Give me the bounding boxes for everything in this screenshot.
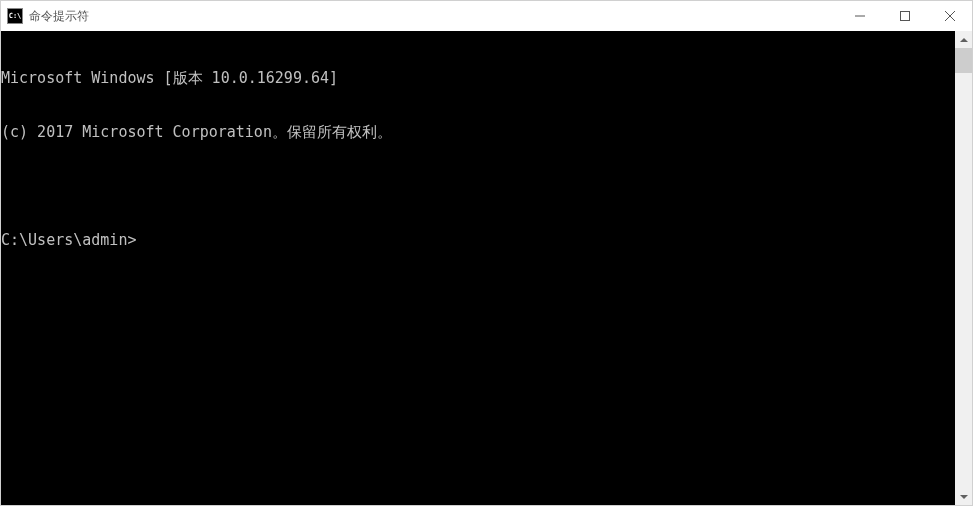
window-title: 命令提示符 xyxy=(29,8,89,25)
minimize-button[interactable] xyxy=(837,1,882,31)
chevron-down-icon xyxy=(960,495,968,499)
maximize-icon xyxy=(900,11,910,21)
maximize-button[interactable] xyxy=(882,1,927,31)
chevron-up-icon xyxy=(960,38,968,42)
window-controls xyxy=(837,1,972,31)
command-prompt-window: C:\ 命令提示符 Microsoft Wi xyxy=(0,0,973,506)
vertical-scrollbar[interactable] xyxy=(955,31,972,505)
version-line: Microsoft Windows [版本 10.0.16299.64] xyxy=(1,69,955,87)
scroll-thumb[interactable] xyxy=(955,48,972,73)
titlebar-left: C:\ 命令提示符 xyxy=(7,8,89,25)
minimize-icon xyxy=(855,11,865,21)
cmd-icon: C:\ xyxy=(7,8,23,24)
prompt-line[interactable]: C:\Users\admin> xyxy=(1,231,955,249)
terminal-output[interactable]: Microsoft Windows [版本 10.0.16299.64] (c)… xyxy=(1,31,955,505)
scroll-track[interactable] xyxy=(955,48,972,488)
close-icon xyxy=(945,11,955,21)
content-area: Microsoft Windows [版本 10.0.16299.64] (c)… xyxy=(1,31,972,505)
close-button[interactable] xyxy=(927,1,972,31)
prompt-text: C:\Users\admin> xyxy=(1,231,136,249)
titlebar[interactable]: C:\ 命令提示符 xyxy=(1,1,972,31)
svg-marker-4 xyxy=(960,38,968,42)
blank-line xyxy=(1,177,955,195)
copyright-line: (c) 2017 Microsoft Corporation。保留所有权利。 xyxy=(1,123,955,141)
scroll-down-button[interactable] xyxy=(955,488,972,505)
svg-marker-5 xyxy=(960,495,968,499)
scroll-up-button[interactable] xyxy=(955,31,972,48)
svg-rect-1 xyxy=(900,12,909,21)
